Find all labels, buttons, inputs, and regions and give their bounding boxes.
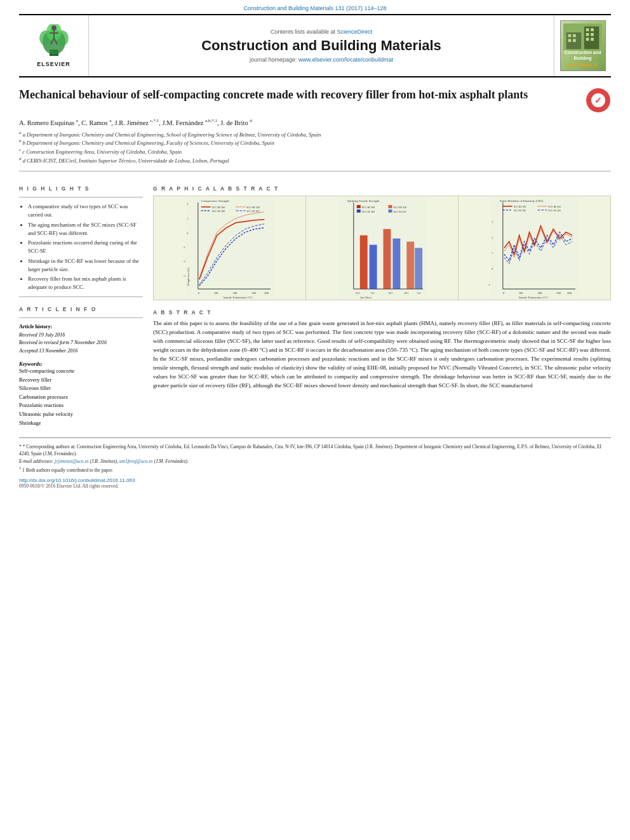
svg-rect-66: [357, 210, 361, 213]
svg-text:200: 200: [537, 291, 542, 295]
journal-homepage-line: journal homepage: www.elsevier.com/locat…: [250, 57, 393, 63]
svg-rect-13: [568, 34, 572, 37]
list-item: The aging mechanism of the SCC mixes (SC…: [28, 221, 143, 237]
article-info-section: A R T I C L E I N F O Article history: R…: [19, 306, 143, 427]
list-item: Pozzolanic reactions occurred during cur…: [28, 239, 143, 255]
crossmark-circle: ✓: [586, 88, 610, 112]
journal-cover-area: Construction and Building MATERIALS: [554, 15, 611, 76]
svg-rect-20: [591, 33, 594, 36]
email-line: E-mail addresses: jrjimenez@uco.es (J.R.…: [19, 458, 611, 465]
keyword: Siliceous filler: [19, 384, 143, 393]
svg-point-5: [51, 25, 57, 30]
doi-line: http://dx.doi.org/10.1016/j.conbuildmat.…: [19, 477, 611, 483]
received-date: Received 19 July 2016: [19, 332, 65, 338]
svg-rect-68: [388, 205, 392, 208]
abstract-text: The aim of this paper is to assess the f…: [153, 319, 611, 390]
svg-text:300: 300: [251, 291, 256, 295]
crossmark-inner: ✓: [591, 93, 605, 107]
page: Construction and Building Materials 131 …: [0, 0, 630, 840]
crossmark-badge[interactable]: ✓: [586, 88, 611, 113]
svg-text:400: 400: [567, 291, 572, 295]
accepted-date: Accepted 13 November 2016: [19, 348, 77, 354]
corresponding-note: * * Corresponding authors at: Constructi…: [19, 443, 611, 458]
svg-rect-17: [586, 29, 589, 32]
email1[interactable]: jrjimenez@uco.es: [55, 458, 89, 464]
list-item: Shrinkage in the SCC-RF was lower becaus…: [28, 257, 143, 274]
svg-rect-56: [415, 248, 422, 290]
svg-text:400: 400: [264, 291, 269, 295]
doi-text[interactable]: http://dx.doi.org/10.1016/j.conbuildmat.…: [19, 477, 135, 483]
svg-rect-15: [568, 39, 572, 42]
svg-rect-53: [383, 229, 391, 289]
cbm-cover-title-text: Construction and Building: [563, 50, 603, 61]
svg-text:Sample Temperature (°C): Sample Temperature (°C): [224, 296, 253, 298]
affiliation-b: b b Department of Inorganic Chemistry an…: [19, 138, 611, 147]
svg-text:SCC-RF 450: SCC-RF 450: [548, 206, 561, 208]
sciencedirect-link[interactable]: ScienceDirect: [337, 29, 373, 35]
journal-title: Construction and Building Materials: [201, 37, 441, 54]
cbm-cover-graphic: [562, 23, 603, 50]
journal-ref-text: Construction and Building Materials 131 …: [243, 5, 386, 11]
svg-rect-52: [370, 245, 377, 290]
svg-rect-14: [573, 34, 576, 37]
highlights-list: A comparative study of two types of SCC …: [19, 203, 143, 291]
svg-text:SCC-RF 300: SCC-RF 300: [514, 206, 526, 208]
article-info-divider: [19, 317, 143, 318]
sciencedirect-prefix: Contents lists available at: [271, 29, 337, 35]
list-item: Recovery filler from hot mix asphalt pla…: [28, 275, 143, 291]
svg-text:-1: -1: [183, 246, 186, 249]
email2[interactable]: um1feroj@uco.es: [119, 458, 153, 464]
svg-rect-16: [573, 39, 576, 42]
homepage-link[interactable]: www.elsevier.com/locate/conbuildmat: [298, 57, 393, 63]
svg-text:SCC-SF 450: SCC-SF 450: [393, 210, 406, 213]
svg-text:Sample Temperature (°C): Sample Temperature (°C): [519, 296, 548, 298]
homepage-prefix: journal homepage:: [250, 57, 298, 63]
left-column: H I G H L I G H T S A comparative study …: [19, 177, 143, 427]
keywords-label: Keywords:: [19, 361, 143, 367]
keyword: Recovery filler: [19, 376, 143, 385]
svg-text:Age (Days): Age (Days): [360, 296, 372, 298]
article-header: Mechanical behaviour of self-compacting …: [19, 88, 611, 171]
svg-text:SCC-SF 300: SCC-SF 300: [362, 210, 375, 213]
svg-text:SCC-RF 450: SCC-RF 450: [246, 206, 260, 209]
svg-text:7x2: 7x2: [417, 291, 420, 295]
svg-text:Static Modulus of Elasticity (: Static Modulus of Elasticity (GPa): [500, 199, 544, 203]
svg-text:Compressive Strength: Compressive Strength: [201, 199, 229, 203]
svg-rect-55: [406, 242, 414, 290]
corresponding-note-text: * Corresponding authors at: Construction…: [19, 444, 601, 457]
svg-rect-19: [586, 33, 589, 36]
elsevier-logo: ELSEVIER: [32, 24, 76, 67]
chart-svg-1: 2 1 0 -1 -2 -3 0 100 200: [155, 197, 304, 298]
svg-text:SCC-RF 300: SCC-RF 300: [362, 206, 375, 209]
cover-title-span: Construction and Building: [565, 50, 601, 60]
svg-text:SCC-SF 300: SCC-SF 300: [212, 210, 225, 213]
svg-text:SCC-SF 300: SCC-SF 300: [514, 210, 526, 212]
affiliations-block: a a Department of Inorganic Chemistry an…: [19, 130, 611, 165]
email1-suffix: (J.R. Jiménez),: [90, 458, 119, 464]
graphical-abstract-header: G R A P H I C A L A B S T R A C T: [153, 185, 611, 192]
svg-rect-54: [392, 239, 400, 290]
chart-panel-1: 2 1 0 -1 -2 -3 0 100 200: [154, 196, 306, 300]
revised-date: Received in revised form 7 November 2016: [19, 340, 107, 345]
email2-suffix: (J.M. Fernández).: [154, 458, 189, 464]
article-title-row: Mechanical behaviour of self-compacting …: [19, 88, 611, 113]
journal-header-band: ELSEVIER Contents lists available at Sci…: [19, 14, 611, 77]
elsevier-logo-area: ELSEVIER: [19, 15, 89, 76]
chart-svg-2: 10.5 7x2 10.5 10.5 7x2 Age (Days) Splitt…: [307, 197, 457, 298]
chart-svg-3: 0 100 200 300 400 Sample Temperature (°C…: [460, 197, 609, 298]
svg-text:SCC-SF 450: SCC-SF 450: [246, 210, 259, 213]
list-item: A comparative study of two types of SCC …: [28, 203, 143, 219]
svg-rect-21: [586, 38, 589, 41]
svg-text:Splitting Tensile Strength: Splitting Tensile Strength: [347, 199, 380, 203]
keywords-section: Keywords: Self-compacting concrete Recov…: [19, 361, 143, 427]
graphical-abstract-charts: 2 1 0 -1 -2 -3 0 100 200: [153, 196, 611, 300]
history-label: Article history:: [19, 324, 52, 330]
cover-subtitle-text: MATERIALS: [568, 62, 597, 68]
sciencedirect-line: Contents lists available at ScienceDirec…: [271, 29, 372, 35]
svg-text:200: 200: [232, 291, 237, 295]
chart-panel-3: 0 100 200 300 400 Sample Temperature (°C…: [459, 196, 610, 300]
abstract-header: A B S T R A C T: [153, 309, 611, 316]
chart-panel-2: 10.5 7x2 10.5 10.5 7x2 Age (Days) Splitt…: [306, 196, 459, 300]
svg-rect-64: [357, 205, 361, 208]
svg-text:10.5: 10.5: [356, 291, 360, 295]
